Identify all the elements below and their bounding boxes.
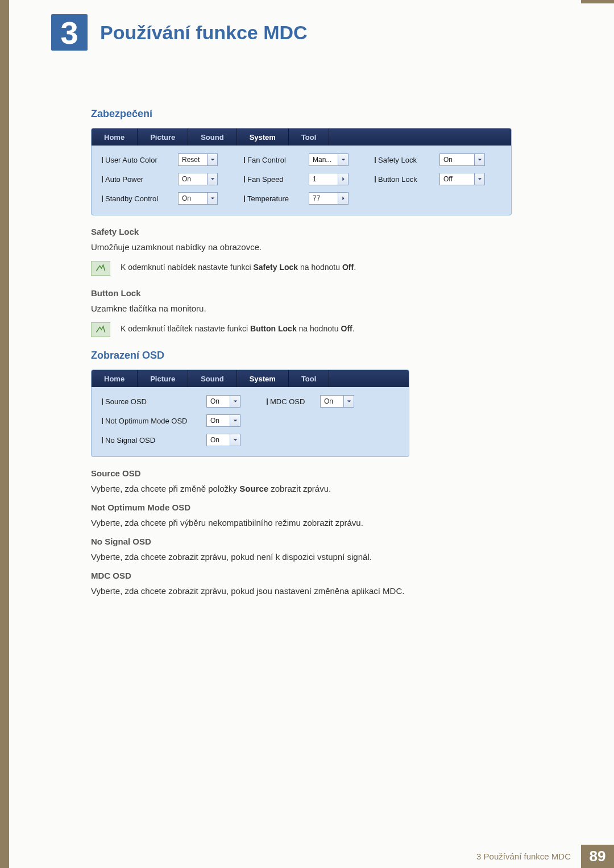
chevron-down-icon: [230, 415, 240, 426]
label-no-signal-osd: No Signal OSD: [102, 436, 198, 445]
button-lock-desc: Uzamkne tlačítka na monitoru.: [91, 304, 534, 313]
spinner-temperature[interactable]: 77: [309, 192, 349, 205]
no-signal-osd-desc: Vyberte, zda chcete zobrazit zprávu, pok…: [91, 552, 534, 562]
note-text: K odemknutí nabídek nastavte funkci Safe…: [121, 261, 356, 272]
label-temperature: Temperature: [244, 194, 301, 203]
chevron-right-icon: [338, 173, 348, 185]
source-osd-desc: Vyberte, zda chcete při změně položky So…: [91, 484, 534, 493]
dropdown-not-optimum-osd[interactable]: On: [206, 414, 240, 427]
dropdown-user-auto-color[interactable]: Reset: [178, 153, 218, 166]
spinner-value: 1: [313, 175, 317, 183]
label-auto-power: Auto Power: [102, 175, 170, 184]
osd-panel: Home Picture Sound System Tool Source OS…: [91, 369, 409, 457]
tab-system[interactable]: System: [237, 370, 289, 387]
chapter-header: 3 Používání funkce MDC: [51, 14, 308, 51]
not-optimum-osd-desc: Vyberte, zda chcete při výběru nekompati…: [91, 518, 534, 528]
safety-lock-desc: Umožňuje uzamknout nabídky na obrazovce.: [91, 242, 534, 252]
tab-tool[interactable]: Tool: [289, 370, 329, 387]
dropdown-value: On: [210, 436, 219, 444]
tab-home[interactable]: Home: [92, 128, 138, 146]
security-col1: User Auto Color Reset Auto Power On Stan…: [102, 153, 218, 205]
tab-picture[interactable]: Picture: [138, 128, 188, 146]
note-safety-lock: K odemknutí nabídek nastavte funkci Safe…: [91, 261, 534, 276]
dropdown-value: On: [324, 397, 333, 405]
label-not-optimum-osd: Not Optimum Mode OSD: [102, 417, 198, 425]
dropdown-safety-lock[interactable]: On: [439, 153, 485, 166]
chevron-down-icon: [207, 193, 217, 204]
note-icon: [91, 261, 110, 276]
label-mdc-osd: MDC OSD: [267, 397, 312, 406]
osd-col1: Source OSD On Not Optimum Mode OSD On No…: [102, 395, 240, 446]
page-footer: 3 Používání funkce MDC 89: [0, 845, 614, 868]
tab-system[interactable]: System: [237, 128, 289, 146]
note-button-lock: K odemknutí tlačítek nastavte funkci But…: [91, 322, 534, 337]
tab-tool[interactable]: Tool: [289, 128, 329, 146]
chevron-down-icon: [474, 154, 484, 165]
label-safety-lock: Safety Lock: [375, 156, 432, 164]
tab-picture[interactable]: Picture: [138, 370, 188, 387]
chevron-down-icon: [474, 173, 484, 185]
dropdown-value: On: [443, 156, 453, 164]
dropdown-auto-power[interactable]: On: [178, 173, 218, 185]
security-tabbar: Home Picture Sound System Tool: [92, 128, 511, 146]
dropdown-value: Man...: [313, 156, 331, 164]
subheading-button-lock: Button Lock: [91, 288, 534, 298]
section-heading-osd: Zobrazení OSD: [91, 350, 534, 362]
dropdown-value: Off: [443, 175, 453, 183]
security-col3: Safety Lock On Button Lock Off: [375, 153, 485, 205]
chevron-down-icon: [230, 396, 240, 407]
subheading-safety-lock: Safety Lock: [91, 227, 534, 236]
chevron-down-icon: [207, 173, 217, 185]
dropdown-value: On: [210, 397, 219, 405]
security-col2: Fan Control Man... Fan Speed 1 Temperatu…: [244, 153, 349, 205]
footer-page-number: 89: [581, 845, 614, 868]
dropdown-standby-control[interactable]: On: [178, 192, 218, 205]
spinner-fan-speed[interactable]: 1: [309, 173, 349, 185]
security-panel: Home Picture Sound System Tool User Auto…: [91, 128, 512, 215]
subheading-source-osd: Source OSD: [91, 468, 534, 478]
chapter-number-badge: 3: [51, 14, 88, 51]
top-right-accent: [581, 0, 614, 3]
dropdown-mdc-osd[interactable]: On: [320, 395, 354, 408]
subheading-mdc-osd: MDC OSD: [91, 571, 534, 580]
label-user-auto-color: User Auto Color: [102, 156, 170, 164]
note-text: K odemknutí tlačítek nastavte funkci But…: [121, 322, 355, 333]
osd-tabbar: Home Picture Sound System Tool: [92, 370, 409, 387]
subheading-no-signal-osd: No Signal OSD: [91, 537, 534, 546]
dropdown-value: On: [182, 175, 191, 183]
subheading-not-optimum-osd: Not Optimum Mode OSD: [91, 502, 534, 512]
footer-chapter-label: 3 Používání funkce MDC: [466, 845, 581, 868]
chevron-down-icon: [343, 396, 354, 407]
dropdown-no-signal-osd[interactable]: On: [206, 434, 240, 446]
label-standby-control: Standby Control: [102, 194, 170, 203]
tab-sound[interactable]: Sound: [188, 370, 237, 387]
tab-home[interactable]: Home: [92, 370, 138, 387]
osd-col2: MDC OSD On: [267, 395, 354, 446]
dropdown-value: On: [210, 417, 219, 425]
dropdown-button-lock[interactable]: Off: [439, 173, 485, 185]
label-source-osd: Source OSD: [102, 397, 198, 406]
label-fan-speed: Fan Speed: [244, 175, 301, 184]
dropdown-value: On: [182, 194, 191, 202]
note-icon: [91, 322, 110, 337]
dropdown-fan-control[interactable]: Man...: [309, 153, 349, 166]
label-button-lock: Button Lock: [375, 175, 432, 184]
spinner-value: 77: [313, 194, 320, 202]
chevron-down-icon: [230, 434, 240, 446]
dropdown-value: Reset: [182, 156, 200, 164]
left-accent-strip: [0, 0, 9, 868]
chevron-right-icon: [338, 193, 348, 204]
chevron-down-icon: [207, 154, 217, 165]
tab-sound[interactable]: Sound: [188, 128, 237, 146]
chevron-down-icon: [338, 154, 348, 165]
mdc-osd-desc: Vyberte, zda chcete zobrazit zprávu, pok…: [91, 586, 534, 596]
label-fan-control: Fan Control: [244, 156, 301, 164]
section-heading-security: Zabezpečení: [91, 108, 534, 120]
dropdown-source-osd[interactable]: On: [206, 395, 240, 408]
chapter-title: Používání funkce MDC: [100, 22, 308, 44]
